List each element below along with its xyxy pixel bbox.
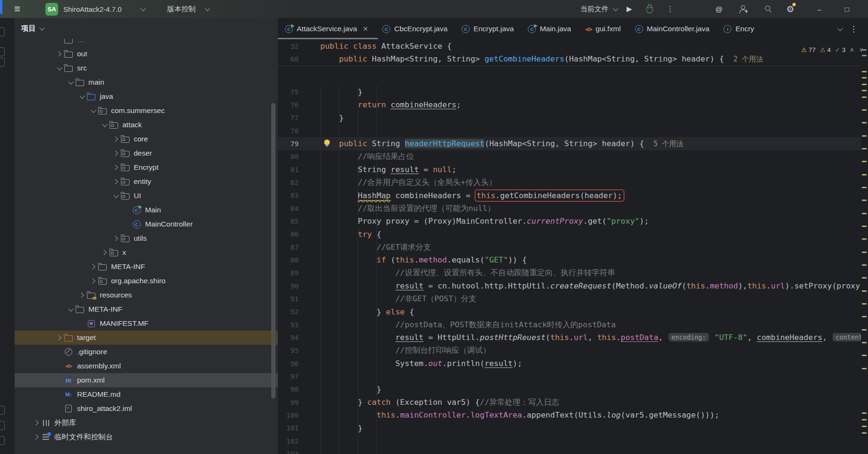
line-number[interactable]: 60 <box>278 55 299 63</box>
vcs-chevron[interactable] <box>204 0 211 18</box>
editor-options-button[interactable]: ⋮ <box>850 18 858 40</box>
chevron-right-icon[interactable] <box>55 336 64 340</box>
code-line-83[interactable]: 83 HashMap combineHeaders = this.getComb… <box>278 189 868 202</box>
line-number[interactable]: 78 <box>278 127 299 135</box>
tree-item-java[interactable]: java <box>15 89 278 104</box>
tree-item-core[interactable]: core <box>15 132 278 146</box>
line-number[interactable]: 89 <box>278 269 299 277</box>
tree-scrollbar[interactable] <box>271 103 275 399</box>
code-line-93[interactable]: 93 //postData、POST数据来自initAttack时传入的post… <box>278 318 868 331</box>
line-number[interactable]: 85 <box>278 218 299 225</box>
line-number[interactable]: 82 <box>278 179 299 186</box>
project-name-chevron[interactable] <box>140 0 146 18</box>
chevron-right-icon[interactable] <box>89 279 98 283</box>
code-line-96[interactable]: 96 System.out.println(result); <box>278 357 868 370</box>
line-number[interactable]: 76 <box>278 101 299 109</box>
close-tab-icon[interactable]: ✕ <box>363 25 369 33</box>
line-number[interactable]: 102 <box>278 437 299 445</box>
code-line-78[interactable]: 78 <box>278 124 868 137</box>
chevron-down-icon[interactable] <box>67 307 75 312</box>
code-line-102[interactable]: 102 <box>278 435 868 447</box>
sticky-lines[interactable]: 32 public class AttackService {60 public… <box>278 40 868 66</box>
stripe-warning-mark[interactable] <box>862 55 867 56</box>
code-line-91[interactable]: 91 //非GET（POST）分支 <box>278 292 868 305</box>
tree-item-out[interactable]: out <box>15 47 278 61</box>
tree-item-attack[interactable]: attack <box>15 118 278 132</box>
code-line-80[interactable]: 80 //响应结果占位 <box>278 150 868 163</box>
line-number[interactable]: 75 <box>278 88 299 96</box>
code-line-101[interactable]: 101 } <box>278 422 868 435</box>
tree-item-manifest-mf[interactable]: MMANIFEST.MF <box>15 316 278 331</box>
tab-encrypt-java[interactable]: CEncrypt.java <box>455 18 521 40</box>
code-line-85[interactable]: 85 Proxy proxy = (Proxy)MainController.c… <box>278 215 868 227</box>
line-number[interactable]: 98 <box>278 385 299 393</box>
line-number[interactable]: 93 <box>278 321 299 329</box>
code-line-98[interactable]: 98 } <box>278 383 868 396</box>
code-line-99[interactable]: 99 } catch (Exception var5) {//异常处理：写入日志 <box>278 396 868 409</box>
tree-item-com-summersec[interactable]: com.summersec <box>15 104 278 118</box>
tab-gui-fxml[interactable]: </>gui.fxml <box>578 18 628 40</box>
stripe-warning-mark[interactable] <box>862 368 867 369</box>
code-line-75[interactable]: 75 } <box>278 86 868 98</box>
code-line-90[interactable]: 90 result = cn.hutool.http.HttpUtil.crea… <box>278 279 868 292</box>
stripe-warning-mark[interactable] <box>862 277 867 279</box>
run-button[interactable]: ▶ <box>627 0 632 18</box>
stripe-warning-mark[interactable] <box>862 412 867 414</box>
vcs-widget[interactable]: 版本控制 <box>167 0 196 18</box>
window-minimize-button[interactable]: – <box>817 0 821 18</box>
chevron-down-icon[interactable] <box>78 94 86 99</box>
toolwindow-icon[interactable] <box>0 436 5 445</box>
code-line-86[interactable]: 86 try { <box>278 228 868 241</box>
stripe-warning-mark[interactable] <box>862 122 867 123</box>
stripe-warning-mark[interactable] <box>862 316 867 317</box>
stripe-warning-mark[interactable] <box>862 84 867 85</box>
code-line-89[interactable]: 89 //设置代理、设置所有头、不自动跟随重定向、执行并转字符串 <box>278 267 868 279</box>
tree-item-x[interactable]: x <box>15 245 278 260</box>
stripe-warning-mark[interactable] <box>862 238 867 240</box>
settings-button[interactable]: ⚙ <box>786 0 794 18</box>
code-with-me-button[interactable]: + <box>739 0 747 18</box>
prev-problem-button[interactable]: ∧ <box>850 46 855 53</box>
code-line-77[interactable]: 77 } <box>278 112 868 124</box>
chevron-right-icon[interactable] <box>33 435 41 439</box>
code-line-100[interactable]: 100 this.mainController.logTextArea.appe… <box>278 409 868 421</box>
stripe-warning-mark[interactable] <box>862 290 867 292</box>
stripe-warning-mark[interactable] <box>862 148 867 149</box>
stripe-warning-mark[interactable] <box>862 161 867 162</box>
code-line-88[interactable]: 88 if (this.method.equals("GET")) { <box>278 253 868 266</box>
tree-item-org-apache-shiro[interactable]: org.apache.shiro <box>15 274 278 288</box>
chevron-down-icon[interactable] <box>101 122 109 128</box>
stripe-warning-mark[interactable] <box>862 264 867 266</box>
chevron-down-icon[interactable] <box>89 108 98 114</box>
stripe-warning-mark[interactable] <box>862 419 867 420</box>
code-line-87[interactable]: 87 //GET请求分支 <box>278 241 868 253</box>
code-line-84[interactable]: 84 //取出当前设置的代理（可能为null） <box>278 202 868 215</box>
line-number[interactable]: 103 <box>278 450 299 454</box>
chevron-right-icon[interactable] <box>112 151 120 155</box>
line-number[interactable]: 97 <box>278 373 299 380</box>
inspections-widget[interactable]: ⚠ 77 ⚠ 4 ✓ 3 ∧ ∨ <box>801 44 864 55</box>
chevron-right-icon[interactable] <box>89 265 98 269</box>
ai-assistant-button[interactable]: @ <box>715 0 722 18</box>
stripe-warning-mark[interactable] <box>862 252 867 253</box>
tab-maincontroller-java[interactable]: CMainController.java <box>628 18 717 40</box>
stripe-warning-mark[interactable] <box>862 90 867 91</box>
line-number[interactable]: 88 <box>278 256 299 264</box>
stripe-warning-mark[interactable] <box>862 135 867 137</box>
tab-main-java[interactable]: C▶Main.java <box>521 18 578 40</box>
tree-item-readme-md[interactable]: M↓README.md <box>15 387 278 402</box>
stripe-warning-mark[interactable] <box>862 342 867 343</box>
error-stripe[interactable] <box>861 40 868 454</box>
toolwindow-icon[interactable] <box>0 58 5 67</box>
stripe-warning-mark[interactable] <box>862 355 867 356</box>
tree-item-gitignore[interactable]: .gitignore <box>15 345 278 359</box>
tree-item-main[interactable]: C▶Main <box>15 203 278 217</box>
line-number[interactable]: 87 <box>278 244 299 251</box>
line-number[interactable]: 80 <box>278 153 299 160</box>
line-number[interactable]: 95 <box>278 347 299 354</box>
stripe-warning-mark[interactable] <box>862 426 867 427</box>
code-line-76[interactable]: 76 return combineHeaders; <box>278 98 868 111</box>
line-number[interactable]: 32 <box>278 43 299 50</box>
chevron-right-icon[interactable] <box>78 293 86 297</box>
stripe-warning-mark[interactable] <box>862 77 867 79</box>
